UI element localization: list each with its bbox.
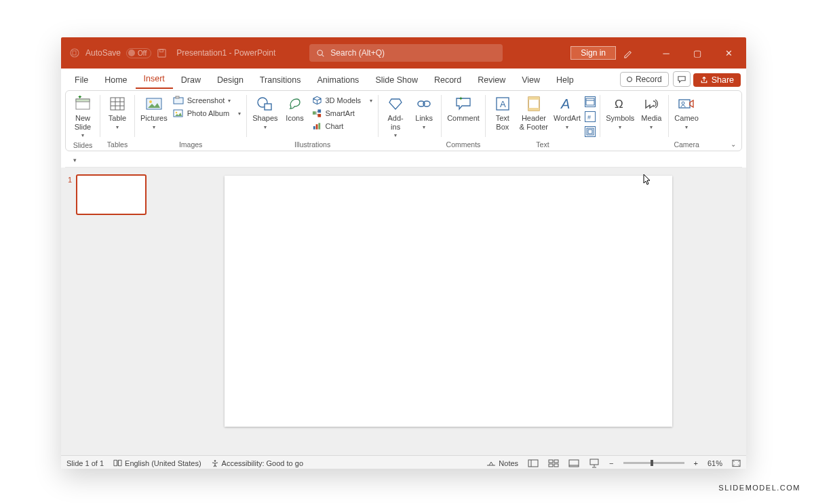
- record-button[interactable]: Record: [620, 72, 669, 87]
- fit-to-window-button[interactable]: [732, 459, 741, 467]
- table-button[interactable]: Table▾: [104, 94, 130, 132]
- app-icon: [69, 47, 80, 58]
- date-time-button[interactable]: [585, 96, 596, 107]
- slide-canvas[interactable]: [225, 176, 672, 427]
- icons-icon: [286, 95, 305, 113]
- slideshow-view-button[interactable]: [589, 459, 600, 468]
- autosave-toggle[interactable]: Off: [126, 48, 151, 58]
- group-text: A Text Box Header & Footer A WordArt▾ # …: [486, 91, 600, 151]
- share-button[interactable]: Share: [693, 73, 741, 87]
- pen-icon[interactable]: [623, 48, 647, 58]
- tab-slide-show[interactable]: Slide Show: [367, 71, 426, 89]
- language-button[interactable]: English (United States): [113, 459, 201, 467]
- sign-in-button[interactable]: Sign in: [570, 46, 616, 60]
- tab-animations[interactable]: Animations: [309, 71, 368, 89]
- quick-access-row: ▾: [65, 153, 742, 168]
- tab-view[interactable]: View: [513, 71, 548, 89]
- save-icon[interactable]: [157, 48, 167, 58]
- shapes-icon: [256, 95, 275, 113]
- wordart-icon: A: [558, 95, 577, 113]
- tab-review[interactable]: Review: [469, 71, 513, 89]
- reading-view-button[interactable]: [568, 459, 579, 467]
- slide-thumbnails-panel: 1: [61, 168, 151, 455]
- tab-record[interactable]: Record: [426, 71, 469, 89]
- zoom-out-button[interactable]: −: [609, 459, 613, 467]
- media-button[interactable]: Media▾: [638, 94, 664, 132]
- maximize-button[interactable]: ▢: [685, 48, 710, 58]
- tab-design[interactable]: Design: [209, 71, 252, 89]
- links-button[interactable]: Links▾: [411, 94, 437, 132]
- chart-button[interactable]: Chart: [311, 121, 374, 132]
- tab-draw[interactable]: Draw: [173, 71, 209, 89]
- zoom-level[interactable]: 61%: [708, 459, 722, 467]
- zoom-slider[interactable]: [623, 462, 684, 464]
- collapse-ribbon-button[interactable]: ⌄: [731, 140, 736, 148]
- tab-insert[interactable]: Insert: [136, 70, 173, 89]
- comments-pane-toggle[interactable]: [673, 71, 691, 87]
- screenshot-button[interactable]: Screenshot ▾: [172, 95, 242, 106]
- smartart-icon: [312, 109, 322, 118]
- notes-button[interactable]: Notes: [486, 459, 518, 467]
- header-footer-button[interactable]: Header & Footer: [518, 94, 549, 132]
- group-slides: ✦ New Slide▾ Slides: [66, 91, 100, 151]
- screenshot-icon: [173, 96, 184, 105]
- comment-button[interactable]: ✦ Comment: [446, 94, 481, 124]
- svg-rect-36: [528, 97, 539, 100]
- group-images: Pictures▾ Screenshot ▾ Photo Album ▾ Ima…: [135, 91, 246, 151]
- tab-file[interactable]: File: [66, 71, 96, 89]
- svg-rect-21: [265, 104, 271, 110]
- group-illustrations: Shapes▾ Icons 3D Models ▾ SmartArt: [247, 91, 378, 151]
- smartart-button[interactable]: SmartArt: [311, 108, 374, 119]
- chart-icon: [312, 121, 322, 131]
- minimize-button[interactable]: ─: [654, 48, 678, 58]
- text-box-button[interactable]: A Text Box: [490, 94, 516, 132]
- pictures-button[interactable]: Pictures▾: [139, 94, 169, 132]
- symbols-icon: Ω: [610, 95, 629, 113]
- slide-thumbnail-1[interactable]: [76, 174, 147, 215]
- watermark: SLIDEMODEL.COM: [718, 484, 800, 492]
- qat-customize[interactable]: ▾: [73, 157, 77, 163]
- 3d-models-button[interactable]: 3D Models ▾: [311, 95, 374, 106]
- photo-album-button[interactable]: Photo Album ▾: [172, 108, 242, 119]
- table-icon: [108, 95, 127, 113]
- zoom-in-button[interactable]: +: [694, 459, 698, 467]
- svg-point-47: [214, 460, 216, 462]
- shapes-button[interactable]: Shapes▾: [251, 94, 279, 132]
- tab-transitions[interactable]: Transitions: [252, 71, 309, 89]
- tab-help[interactable]: Help: [548, 71, 582, 89]
- tab-home[interactable]: Home: [96, 71, 135, 89]
- new-slide-button[interactable]: ✦ New Slide▾: [70, 94, 96, 140]
- cameo-icon: [677, 95, 696, 113]
- svg-rect-2: [158, 49, 166, 56]
- symbols-button[interactable]: Ω Symbols▾: [604, 94, 636, 132]
- wordart-button[interactable]: A WordArt▾: [552, 94, 582, 132]
- object-button[interactable]: [585, 126, 596, 137]
- slide-counter[interactable]: Slide 1 of 1: [66, 459, 104, 467]
- search-box[interactable]: Search (Alt+Q): [309, 44, 503, 62]
- svg-rect-52: [554, 460, 558, 463]
- thumb-number: 1: [66, 174, 72, 215]
- svg-line-26: [315, 113, 317, 116]
- accessibility-button[interactable]: Accessibility: Good to go: [211, 459, 303, 467]
- svg-rect-49: [528, 460, 538, 467]
- svg-rect-27: [313, 126, 315, 130]
- links-icon: [414, 95, 433, 113]
- text-box-icon: A: [493, 95, 512, 113]
- group-tables: Table▾ Tables: [100, 91, 134, 151]
- header-footer-icon: [524, 95, 543, 113]
- slide-number-button[interactable]: #: [585, 111, 596, 122]
- cameo-button[interactable]: Cameo▾: [673, 94, 699, 132]
- svg-rect-54: [554, 464, 558, 467]
- addins-button[interactable]: Add- ins▾: [383, 94, 408, 140]
- svg-rect-23: [317, 109, 321, 113]
- sorter-view-button[interactable]: [548, 459, 559, 467]
- normal-view-button[interactable]: [528, 459, 539, 467]
- close-button[interactable]: ✕: [716, 48, 741, 58]
- icons-button[interactable]: Icons: [282, 94, 308, 124]
- svg-text:A: A: [500, 99, 506, 109]
- record-dot-icon: [627, 77, 632, 82]
- svg-point-19: [175, 112, 177, 114]
- svg-point-4: [317, 50, 322, 55]
- accessibility-icon: [211, 459, 219, 467]
- svg-text:Ω: Ω: [615, 98, 623, 111]
